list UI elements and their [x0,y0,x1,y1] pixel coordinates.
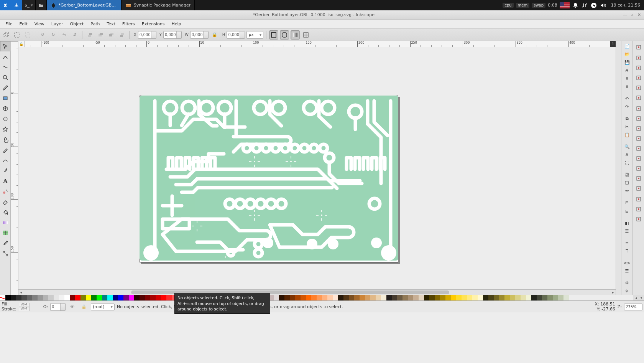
undo-icon[interactable]: ↶ [623,95,632,102]
swatch[interactable] [134,295,140,300]
swatch[interactable] [424,295,429,300]
lower-bottom-icon[interactable] [117,30,127,40]
swatch[interactable] [274,295,279,300]
deselect-icon[interactable] [23,30,32,40]
bezier-tool[interactable] [0,155,11,165]
swatch[interactable] [354,295,360,300]
snap-enable-icon[interactable] [634,43,643,52]
swatch[interactable] [64,295,70,300]
duplicate-icon[interactable]: ⿻ [623,171,632,178]
maximize-button[interactable]: ⬦ [631,12,634,17]
snap-bbox-corner-icon[interactable] [634,73,643,82]
menu-view[interactable]: View [31,20,48,28]
swatch[interactable] [499,295,504,300]
taskbar-task-inkscape[interactable]: *Gerber_BottomLayer.GBL_0... [47,0,122,10]
fill-stroke-icon[interactable]: ◧ [623,219,632,227]
move-gradients-icon[interactable] [291,30,300,40]
swatch[interactable] [118,295,123,300]
swatch[interactable] [306,295,311,300]
keyboard-layout-icon[interactable] [560,2,570,8]
snap-intersect-icon[interactable] [634,124,643,133]
export-icon[interactable]: ⬆ [623,83,632,90]
swatch[interactable] [494,295,499,300]
scrollbar-vertical[interactable] [616,41,621,295]
swatch[interactable] [301,295,306,300]
swatch[interactable] [386,295,392,300]
swatch[interactable] [11,295,16,300]
fill-swatch[interactable]: N/A [19,303,30,307]
menu-object[interactable]: Object [67,20,87,28]
swatch[interactable] [542,295,547,300]
palette-scroll-left[interactable]: ◂ [633,295,639,300]
swatch[interactable] [21,295,27,300]
swatch[interactable] [150,295,156,300]
zoom-input[interactable]: 275% [624,304,642,310]
snap-bbox-edge-icon[interactable] [634,63,643,73]
snap-smooth-icon[interactable] [634,144,643,153]
import-icon[interactable]: ⬇ [623,75,632,82]
swatch[interactable] [408,295,413,300]
tweak-tool[interactable] [0,62,11,72]
minimize-button[interactable]: — [623,12,627,17]
swatch[interactable] [145,295,150,300]
calligraphy-tool[interactable] [0,165,11,176]
text-tool[interactable]: A [0,176,11,186]
swatch[interactable] [113,295,118,300]
volume-icon[interactable] [600,2,606,9]
swatch[interactable] [123,295,129,300]
node-tool[interactable] [0,51,11,62]
terminal-launcher[interactable]: $_▾ [22,0,36,10]
swatch[interactable] [16,295,21,300]
zoom-page-icon[interactable]: ⛶ [623,159,632,167]
star-tool[interactable] [0,124,11,134]
swatch[interactable] [102,295,107,300]
swatch[interactable] [435,295,440,300]
swatch[interactable] [161,295,166,300]
prefs-icon[interactable]: ⚙ [623,279,632,287]
snap-nodes-icon[interactable] [634,104,643,113]
lower-icon[interactable] [107,30,116,40]
swatch[interactable] [5,295,11,300]
power-icon[interactable] [590,2,597,9]
ruler-lock-icon[interactable]: 🔒 [18,41,25,47]
new-icon[interactable]: 📄 [623,43,632,50]
menu-filters[interactable]: Filters [119,20,138,28]
swatch[interactable] [311,295,317,300]
palette-menu[interactable]: ▾ [639,295,644,300]
scrollbar-horizontal[interactable]: ◂▸ [18,289,616,295]
snap-bbox-center-icon[interactable] [634,93,643,102]
swatch[interactable] [365,295,370,300]
swatch[interactable] [526,295,531,300]
pcb-drawing[interactable] [140,92,398,263]
notifications-icon[interactable] [572,2,579,9]
swatch[interactable] [467,295,472,300]
snap-bbox-midpoint-icon[interactable] [634,83,643,92]
menu-path[interactable]: Path [87,20,103,28]
swatch[interactable] [397,295,402,300]
swatch[interactable] [43,295,48,300]
swatch[interactable] [70,295,75,300]
h-input[interactable]: 0,000 [227,31,245,39]
stroke-swatch[interactable]: N/A [19,307,30,311]
gradient-tool[interactable] [0,217,11,228]
canvas[interactable] [18,47,616,289]
swatch-none[interactable] [0,295,5,300]
swatch[interactable] [156,295,161,300]
layers-icon[interactable]: ☰ [623,267,632,275]
swatch[interactable] [445,295,451,300]
swatch[interactable] [333,295,338,300]
y-input[interactable]: 0,000 [163,31,182,39]
swap-indicator[interactable]: swap [532,3,545,8]
object-props-icon[interactable]: ☰ [623,228,632,235]
swatch[interactable] [322,295,327,300]
doc-prefs-icon[interactable]: ⛭ [623,287,632,295]
snap-path-icon[interactable] [634,114,643,123]
swatch[interactable] [376,295,381,300]
select-all-layers-icon[interactable] [2,30,11,40]
swatch[interactable] [456,295,462,300]
swatch[interactable] [483,295,488,300]
menu-help[interactable]: Help [168,20,184,28]
swatch[interactable] [75,295,80,300]
swatch[interactable] [488,295,494,300]
snap-guide-icon[interactable] [634,214,643,224]
